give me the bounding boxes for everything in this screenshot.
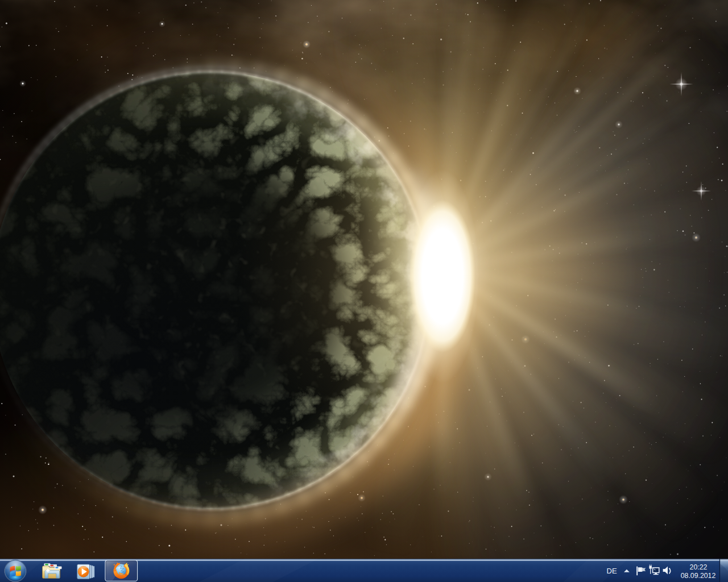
svg-text:DE: DE — [607, 567, 617, 575]
svg-text:20:22: 20:22 — [690, 563, 708, 571]
svg-text:08.09.2012: 08.09.2012 — [681, 572, 716, 580]
